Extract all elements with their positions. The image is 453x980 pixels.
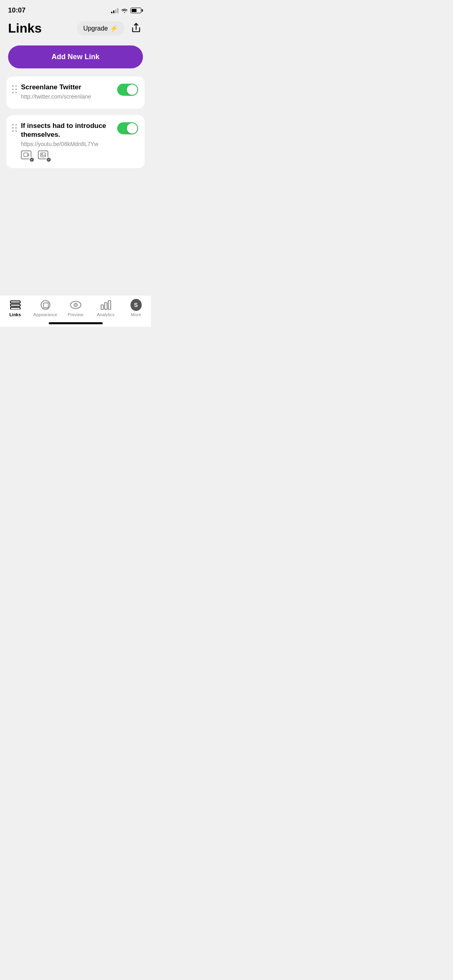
page-title: Links (8, 21, 42, 36)
preview-tab-icon (70, 299, 81, 311)
tab-more-label: More (131, 312, 141, 317)
link-content: Screenlane Twitter http://twitter.com/sc… (21, 83, 113, 103)
svg-rect-5 (10, 307, 20, 309)
tab-links[interactable]: Links (0, 299, 30, 317)
link-badges (21, 150, 113, 163)
link-title: If insects had to introduce themselves. (21, 121, 113, 139)
svg-rect-3 (10, 301, 20, 303)
drag-handle[interactable] (12, 83, 17, 93)
wifi-icon (121, 8, 128, 13)
upgrade-button[interactable]: Upgrade ⚡ (77, 21, 124, 35)
appearance-tab-icon (40, 299, 51, 311)
home-indicator (49, 322, 103, 324)
battery-icon (130, 8, 143, 13)
link-url: http://twitter.com/screenlane (21, 93, 113, 100)
tab-links-label: Links (9, 312, 21, 317)
video-check-icon (29, 157, 35, 163)
header-actions: Upgrade ⚡ (77, 21, 143, 36)
svg-rect-0 (24, 153, 28, 156)
svg-rect-11 (101, 305, 103, 309)
share-icon (131, 23, 141, 33)
image-check-icon (46, 157, 52, 163)
link-url: https://youtu.be/08kMdn8L7Yw (21, 141, 113, 147)
link-title: Screenlane Twitter (21, 83, 113, 92)
tab-preview-label: Preview (68, 312, 83, 317)
tab-analytics[interactable]: Analytics (91, 299, 121, 317)
link-card: Screenlane Twitter http://twitter.com/sc… (6, 76, 145, 109)
links-tab-icon (10, 299, 21, 311)
tab-preview[interactable]: Preview (60, 299, 91, 317)
more-tab-icon: S (130, 299, 142, 311)
svg-point-10 (75, 305, 76, 306)
tab-analytics-label: Analytics (97, 312, 114, 317)
status-bar: 10:07 (0, 0, 151, 18)
status-icons (111, 8, 143, 13)
svg-point-2 (41, 154, 42, 154)
image-badge (38, 150, 52, 163)
add-link-button[interactable]: Add New Link (8, 45, 143, 68)
tab-appearance-label: Appearance (33, 312, 57, 317)
status-time: 10:07 (8, 6, 25, 14)
upgrade-label: Upgrade (83, 25, 108, 32)
header: Links Upgrade ⚡ (0, 18, 151, 42)
share-button[interactable] (129, 21, 143, 36)
analytics-tab-icon (100, 299, 112, 311)
svg-rect-12 (105, 303, 107, 309)
link-toggle[interactable] (117, 84, 138, 96)
video-badge (21, 150, 35, 163)
lightning-icon: ⚡ (110, 25, 118, 32)
signal-icon (111, 8, 118, 13)
svg-rect-13 (108, 301, 111, 309)
drag-handle[interactable] (12, 121, 17, 132)
link-content: If insects had to introduce themselves. … (21, 121, 113, 163)
user-avatar: S (130, 299, 142, 311)
link-toggle[interactable] (117, 122, 138, 134)
svg-rect-7 (43, 303, 48, 308)
tab-more[interactable]: S More (121, 299, 151, 317)
link-card: If insects had to introduce themselves. … (6, 115, 145, 168)
tab-appearance[interactable]: Appearance (30, 299, 60, 317)
svg-rect-4 (10, 304, 20, 306)
add-link-label: Add New Link (52, 53, 99, 61)
